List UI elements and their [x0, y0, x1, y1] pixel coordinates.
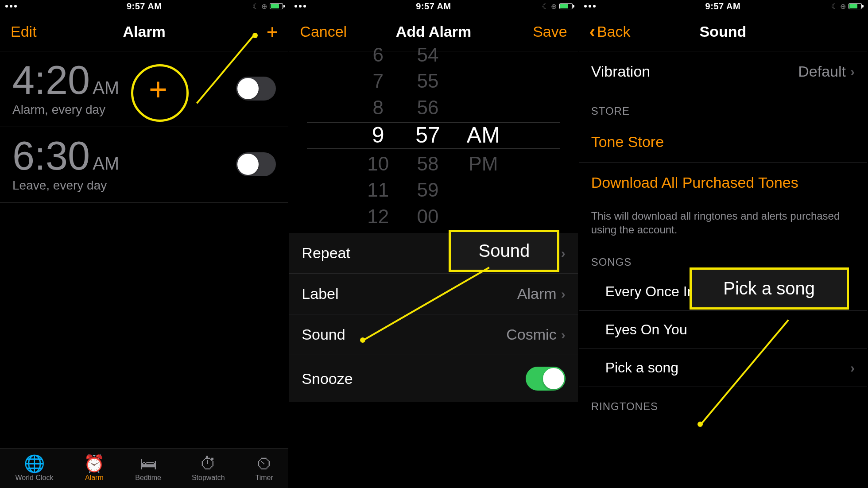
- chevron-left-icon: ‹: [589, 22, 595, 42]
- pick-a-song-row[interactable]: Pick a song ›: [579, 349, 867, 387]
- page-title: Alarm: [123, 23, 165, 40]
- tone-store-row[interactable]: Tone Store: [579, 122, 867, 163]
- alarm-status-icon: ⊕: [840, 2, 846, 11]
- globe-icon: 🌐: [24, 455, 45, 472]
- sound-row[interactable]: Sound Cosmic›: [289, 314, 577, 355]
- tab-bar: 🌐World Clock ⏰Alarm 🛏Bedtime ⏱Stopwatch …: [0, 448, 288, 488]
- dnd-icon: ☾: [252, 2, 259, 11]
- vibration-row[interactable]: Vibration Default›: [579, 51, 867, 92]
- store-section-header: STORE: [579, 92, 867, 122]
- screen-alarm-list: 9:57 AM ☾⊕ Edit Alarm + 4:20AM Alarm, ev…: [0, 0, 289, 488]
- alarm-toggle[interactable]: [236, 77, 276, 101]
- status-time: 9:57 AM: [416, 1, 451, 12]
- cancel-button[interactable]: Cancel: [300, 23, 347, 40]
- screen-add-alarm: 9:57 AM ☾⊕ Cancel Add Alarm Save 6 7 8 9…: [289, 0, 578, 488]
- dnd-icon: ☾: [831, 2, 837, 11]
- bed-icon: 🛏: [140, 455, 157, 472]
- chevron-right-icon: ›: [561, 246, 566, 261]
- navbar: ‹Back Sound: [579, 12, 867, 51]
- download-footer-text: This will download all ringtones and ale…: [579, 203, 867, 243]
- snooze-toggle[interactable]: [526, 367, 566, 391]
- label-row[interactable]: Label Alarm›: [289, 274, 577, 314]
- picker-minute-col: 54 55 56 57 58 59 00: [415, 42, 440, 229]
- time-picker[interactable]: 6 7 8 9 10 11 12 54 55 56 57 58 59 00 --…: [289, 51, 577, 220]
- chevron-right-icon: ›: [561, 287, 566, 302]
- plus-icon: +: [267, 22, 278, 42]
- download-all-row[interactable]: Download All Purchased Tones: [579, 163, 867, 203]
- screen-sound-select: 9:57 AM ☾⊕ ‹Back Sound Vibration Default…: [579, 0, 868, 488]
- alarm-time: 6:30AM: [12, 136, 119, 176]
- alarm-row[interactable]: 6:30AM Leave, every day: [0, 127, 288, 203]
- tab-alarm[interactable]: ⏰Alarm: [84, 455, 105, 482]
- song-row[interactable]: Eyes On You: [579, 311, 867, 349]
- ringtones-section-header: RINGTONES: [579, 387, 867, 417]
- edit-button[interactable]: Edit: [11, 23, 37, 40]
- battery-icon: [849, 3, 862, 9]
- add-alarm-button[interactable]: +: [267, 22, 278, 42]
- picker-ampm-col: -- -- -- AM PM -- --: [467, 42, 500, 229]
- callout-sound-box: Sound: [449, 230, 559, 272]
- back-button[interactable]: ‹Back: [589, 22, 631, 42]
- callout-pick-song-box: Pick a song: [690, 267, 849, 310]
- stopwatch-icon: ⏱: [200, 455, 217, 472]
- alarm-sublabel: Leave, every day: [12, 178, 119, 193]
- status-bar: 9:57 AM ☾⊕: [579, 0, 867, 12]
- alarm-toggle[interactable]: [236, 152, 276, 176]
- callout-dot: [252, 33, 258, 38]
- battery-icon: [559, 3, 573, 9]
- alarm-row[interactable]: 4:20AM Alarm, every day: [0, 51, 288, 127]
- alarm-icon: ⏰: [84, 455, 105, 472]
- tab-bedtime[interactable]: 🛏Bedtime: [135, 455, 161, 482]
- battery-icon: [270, 3, 283, 9]
- alarm-status-icon: ⊕: [261, 2, 267, 11]
- status-time: 9:57 AM: [705, 1, 740, 12]
- page-title: Add Alarm: [396, 23, 472, 40]
- save-button[interactable]: Save: [533, 23, 567, 40]
- status-bar: 9:57 AM ☾⊕: [0, 0, 288, 12]
- alarm-status-icon: ⊕: [551, 2, 557, 11]
- callout-dot: [698, 422, 703, 427]
- snooze-row: Snooze: [289, 355, 577, 402]
- tab-timer[interactable]: ⏲Timer: [256, 455, 273, 482]
- timer-icon: ⏲: [256, 455, 273, 472]
- page-title: Sound: [699, 23, 746, 40]
- dnd-icon: ☾: [542, 2, 548, 11]
- chevron-right-icon: ›: [850, 360, 855, 376]
- callout-plus-icon: +: [149, 71, 167, 107]
- alarm-time: 4:20AM: [12, 60, 119, 100]
- chevron-right-icon: ›: [561, 327, 566, 342]
- alarm-sublabel: Alarm, every day: [12, 103, 119, 117]
- picker-hour-col: 6 7 8 9 10 11 12: [367, 42, 389, 229]
- tab-stopwatch[interactable]: ⏱Stopwatch: [192, 455, 225, 482]
- tab-world-clock[interactable]: 🌐World Clock: [15, 455, 53, 482]
- chevron-right-icon: ›: [850, 64, 855, 79]
- status-bar: 9:57 AM ☾⊕: [289, 0, 577, 12]
- status-time: 9:57 AM: [127, 1, 162, 12]
